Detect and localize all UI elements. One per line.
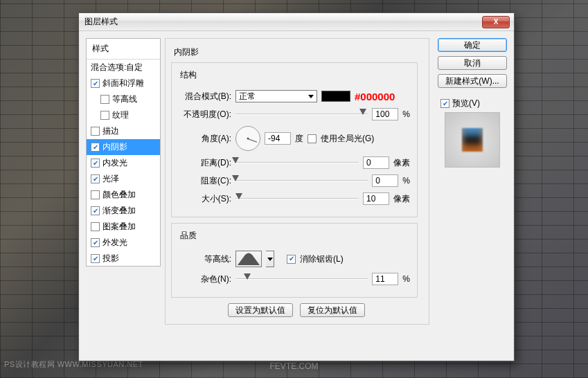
style-item-checkbox[interactable]: [91, 238, 100, 247]
style-item-label: 等高线: [112, 93, 137, 105]
style-item-label: 斜面和浮雕: [103, 78, 144, 89]
close-button[interactable]: X: [482, 16, 510, 28]
use-global-light-label: 使用全局光(G): [321, 133, 374, 145]
antialias-checkbox[interactable]: [287, 255, 296, 264]
choke-unit: %: [402, 176, 410, 186]
blend-mode-value: 正常: [239, 91, 256, 102]
style-item-checkbox[interactable]: [91, 159, 100, 168]
choke-label: 阻塞(C):: [177, 175, 231, 187]
blend-mode-label: 混合模式(B):: [177, 91, 231, 102]
style-item[interactable]: 斜面和浮雕: [87, 75, 160, 91]
style-item[interactable]: 描边: [87, 123, 160, 139]
style-item-label: 外发光: [103, 237, 127, 249]
layer-style-dialog: 图层样式 X 样式 混合选项:自定 斜面和浮雕等高线纹理描边内阴影内发光光泽颜色…: [78, 12, 515, 361]
style-item-label: 渐变叠加: [103, 205, 136, 217]
choke-input[interactable]: [372, 174, 398, 187]
panel-title: 内阴影: [171, 46, 202, 58]
distance-slider[interactable]: [235, 158, 359, 168]
set-default-button[interactable]: 设置为默认值: [228, 303, 293, 317]
distance-unit: 像素: [393, 157, 410, 169]
style-item-label: 图案叠加: [103, 221, 136, 233]
chevron-down-icon: [308, 95, 314, 98]
style-item-label: 投影: [103, 253, 119, 264]
style-item[interactable]: 渐变叠加: [87, 203, 160, 219]
style-item-checkbox[interactable]: [91, 143, 100, 152]
angle-label: 角度(A):: [177, 133, 231, 145]
style-item-checkbox[interactable]: [91, 127, 100, 136]
dialog-title: 图层样式: [84, 16, 482, 28]
style-item[interactable]: 投影: [87, 251, 160, 267]
size-slider[interactable]: [235, 194, 359, 204]
style-item[interactable]: 等高线: [87, 91, 160, 107]
style-item[interactable]: 图案叠加: [87, 219, 160, 235]
noise-slider[interactable]: [235, 274, 368, 284]
size-input[interactable]: [363, 192, 389, 205]
preview-thumbnail: [462, 128, 483, 152]
contour-picker[interactable]: [235, 251, 262, 267]
style-item-checkbox[interactable]: [91, 174, 100, 183]
noise-unit: %: [402, 274, 410, 284]
contour-label: 等高线:: [177, 253, 231, 265]
distance-label: 距离(D):: [177, 157, 231, 169]
style-item-label: 内阴影: [103, 141, 127, 153]
preview-label: 预览(V): [452, 98, 480, 109]
preview-frame: [445, 112, 500, 168]
angle-dial[interactable]: [235, 126, 260, 151]
style-item[interactable]: 内发光: [87, 155, 160, 171]
size-unit: 像素: [393, 193, 410, 205]
angle-unit: 度: [295, 133, 303, 145]
style-item-checkbox[interactable]: [91, 222, 100, 231]
angle-input[interactable]: [265, 132, 291, 145]
style-item-checkbox[interactable]: [91, 254, 100, 263]
contour-dropdown[interactable]: [266, 251, 274, 267]
ok-button[interactable]: 确定: [438, 38, 507, 52]
opacity-label: 不透明度(O):: [177, 109, 231, 120]
new-style-button[interactable]: 新建样式(W)...: [438, 74, 507, 88]
style-item-label: 纹理: [112, 109, 129, 121]
opacity-input[interactable]: [372, 108, 398, 120]
blend-options-row[interactable]: 混合选项:自定: [87, 60, 160, 75]
blend-mode-select[interactable]: 正常: [235, 90, 317, 102]
titlebar[interactable]: 图层样式 X: [79, 13, 514, 31]
distance-input[interactable]: [363, 156, 389, 169]
antialias-label: 消除锯齿(L): [300, 253, 344, 265]
quality-legend: 品质: [177, 230, 199, 242]
styles-listbox: 样式 混合选项:自定 斜面和浮雕等高线纹理描边内阴影内发光光泽颜色叠加渐变叠加图…: [86, 38, 161, 267]
hex-annotation: #000000: [355, 91, 395, 102]
style-item-checkbox[interactable]: [91, 79, 100, 88]
chevron-down-icon: [267, 258, 273, 261]
style-item-label: 内发光: [103, 157, 127, 169]
use-global-light-checkbox[interactable]: [308, 134, 317, 143]
close-icon: X: [494, 18, 499, 26]
panel-inner-shadow: 内阴影 结构 混合模式(B): 正常 #000000 不透明度(O):: [165, 38, 429, 325]
style-item-checkbox[interactable]: [100, 95, 109, 104]
style-item-label: 描边: [103, 125, 119, 137]
structure-legend: 结构: [177, 69, 199, 81]
style-item[interactable]: 纹理: [87, 107, 160, 123]
style-item-checkbox[interactable]: [91, 206, 100, 215]
preview-checkbox[interactable]: [440, 99, 449, 108]
group-structure: 结构 混合模式(B): 正常 #000000 不透明度(O):: [171, 62, 418, 217]
reset-default-button[interactable]: 复位为默认值: [300, 303, 365, 317]
style-item[interactable]: 光泽: [87, 171, 160, 187]
size-label: 大小(S):: [177, 193, 231, 205]
noise-input[interactable]: [372, 273, 398, 285]
opacity-slider[interactable]: [235, 109, 368, 119]
noise-label: 杂色(N):: [177, 273, 231, 285]
choke-slider[interactable]: [235, 176, 368, 186]
color-swatch[interactable]: [321, 91, 350, 102]
style-item[interactable]: 外发光: [87, 235, 160, 251]
style-item[interactable]: 颜色叠加: [87, 187, 160, 203]
cancel-button[interactable]: 取消: [438, 56, 507, 70]
blend-options-label: 混合选项:自定: [91, 62, 143, 73]
style-item-label: 颜色叠加: [103, 189, 136, 201]
style-item-checkbox[interactable]: [100, 111, 109, 120]
style-item[interactable]: 内阴影: [87, 139, 160, 155]
group-quality: 品质 等高线: 消除锯齿(L) 杂色(N):: [171, 223, 418, 298]
styles-header: 样式: [87, 39, 160, 60]
style-item-label: 光泽: [103, 173, 119, 185]
style-item-checkbox[interactable]: [91, 190, 100, 199]
opacity-unit: %: [402, 109, 410, 119]
